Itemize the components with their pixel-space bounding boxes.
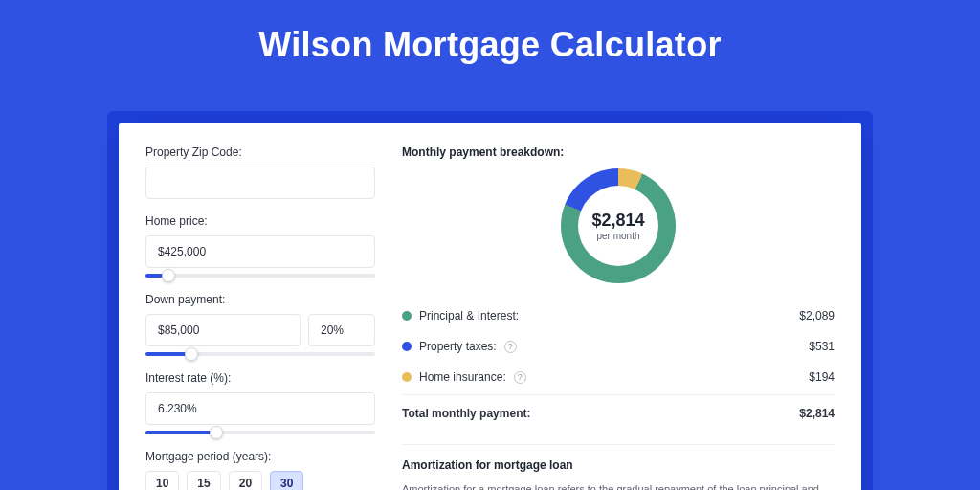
page-title: Wilson Mortgage Calculator [0,25,980,65]
home-price-group: Home price: [145,214,375,278]
amort-desc: Amortization for a mortgage loan refers … [402,481,835,490]
dot-blue-icon [402,342,412,351]
donut-center-value: $2,814 [591,211,644,231]
legend-home-insurance: Home insurance: ? $194 [402,362,835,392]
zip-group: Property Zip Code: [145,145,375,199]
rate-slider[interactable] [145,431,375,434]
hero: Wilson Mortgage Calculator [0,0,980,82]
period-20-button[interactable]: 20 [229,471,262,490]
dot-green-icon [402,311,412,321]
total-value: $2,814 [799,407,835,420]
period-15-button[interactable]: 15 [187,471,220,490]
amort-title: Amortization for mortgage loan [402,458,835,472]
period-30-button[interactable]: 30 [270,471,303,490]
calculator-card: Property Zip Code: Home price: Down paym… [119,122,861,490]
inputs-panel: Property Zip Code: Home price: Down paym… [145,145,375,490]
down-payment-pct-input[interactable] [308,314,375,346]
pi-label: Principal & Interest: [419,309,519,323]
dot-yellow-icon [402,372,412,382]
down-payment-label: Down payment: [145,293,375,306]
divider [402,444,835,445]
donut-chart: $2,814 per month [402,168,835,283]
down-payment-group: Down payment: [145,293,375,356]
zip-label: Property Zip Code: [145,145,375,159]
down-payment-input[interactable] [145,314,301,346]
ins-value: $194 [809,370,835,384]
home-price-label: Home price: [145,214,375,228]
zip-input[interactable] [145,167,375,199]
rate-group: Interest rate (%): [145,371,375,434]
slider-thumb[interactable] [162,269,175,282]
info-icon[interactable]: ? [504,341,517,353]
down-payment-slider[interactable] [145,352,375,356]
rate-input[interactable] [145,392,375,425]
donut-center-sub: per month [596,231,639,241]
breakdown-panel: Monthly payment breakdown: $2,814 per mo… [402,145,835,490]
info-icon[interactable]: ? [514,371,526,384]
slider-thumb[interactable] [185,347,198,361]
rate-label: Interest rate (%): [145,371,375,385]
period-label: Mortgage period (years): [145,450,375,463]
legend-property-taxes: Property taxes: ? $531 [402,331,835,362]
home-price-input[interactable] [145,235,375,268]
period-10-button[interactable]: 10 [145,471,179,490]
tax-value: $531 [809,340,835,353]
legend-total: Total monthly payment: $2,814 [402,394,835,429]
breakdown-title: Monthly payment breakdown: [402,145,835,159]
period-group: Mortgage period (years): 10 15 20 30 [145,450,375,490]
total-label: Total monthly payment: [402,407,530,420]
ins-label: Home insurance: [419,370,506,384]
legend-principal-interest: Principal & Interest: $2,089 [402,301,835,331]
home-price-slider[interactable] [145,274,375,278]
slider-thumb[interactable] [210,426,223,439]
pi-value: $2,089 [799,309,835,323]
tax-label: Property taxes: [419,340,497,353]
